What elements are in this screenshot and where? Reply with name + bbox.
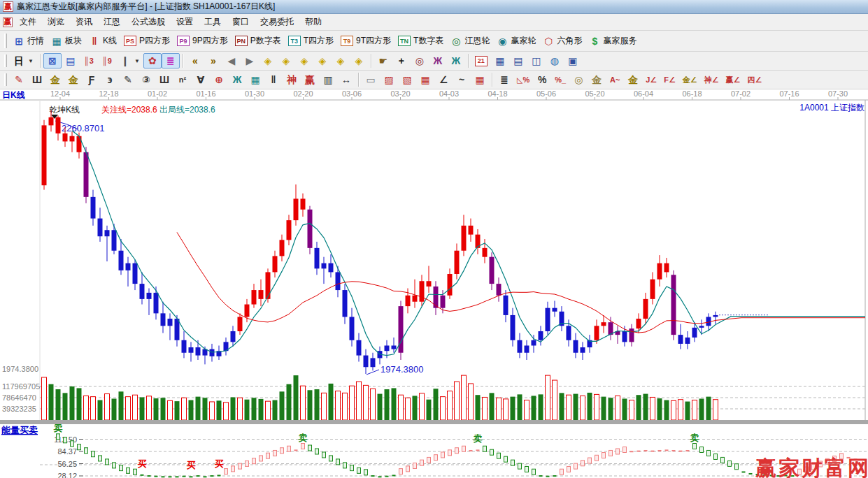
magnifier-button[interactable]: ◎ [411, 53, 429, 68]
9t-square-button[interactable]: T99T四方形 [337, 33, 394, 49]
angle-shen-button[interactable]: 神∠ [701, 72, 723, 87]
hexagon-button[interactable]: ⬡六角形 [539, 33, 585, 49]
rect-select-button[interactable]: ▭ [362, 72, 380, 87]
winner-wheel-button[interactable]: ◉赢家轮 [493, 33, 539, 49]
pan-hand-button[interactable]: ☛ [374, 53, 392, 68]
menu-4[interactable]: 公式选股 [126, 14, 171, 30]
boxed-fan-button[interactable]: ▧ [398, 72, 416, 87]
angle-gold-button[interactable]: 金∠ [679, 72, 701, 87]
gann-flower-purple-button[interactable]: Ж [429, 53, 447, 68]
gold-circle-button[interactable]: ◎ [569, 72, 588, 87]
winner-service-button[interactable]: $赢家服务 [585, 33, 640, 49]
ruler-scale-button[interactable]: ▥ [319, 72, 337, 87]
single-candle-tool-button[interactable]: ❙▼ [116, 53, 143, 68]
percent-triangle-button[interactable]: ◺% [513, 72, 533, 87]
quotes-button[interactable]: ⊞行情 [10, 33, 48, 49]
shen-grid-button[interactable]: 神 [283, 72, 301, 87]
pencil-draw-button[interactable]: ✎ [10, 72, 28, 87]
p-square-button[interactable]: PSP四方形 [120, 33, 173, 49]
t-number-table-button[interactable]: TNT数字表 [394, 33, 447, 49]
first-page-button[interactable]: « [186, 53, 204, 68]
nine-bar-tool-button[interactable]: ║9 [98, 53, 116, 68]
toolbar-grip[interactable] [4, 55, 7, 67]
p-number-table-button[interactable]: PNP数字表 [232, 33, 285, 49]
crosshair-cursor-button[interactable]: + [392, 53, 411, 68]
quote-marks-button[interactable]: ‖ [264, 72, 283, 87]
chart-area[interactable]: 12-0412-1801-0201-1601-3002-2003-0603-20… [0, 89, 868, 478]
calendar-tool-button[interactable]: 21 [471, 54, 491, 68]
gann-circle-target-button[interactable]: ⊕ [210, 72, 228, 87]
9p-square-button[interactable]: P99P四方形 [173, 33, 232, 49]
wave-ruler-button[interactable]: A~ [606, 72, 624, 87]
dense-grid-button[interactable]: Ш [155, 72, 173, 87]
gann-flower-teal-button[interactable]: Ж [447, 53, 465, 68]
fib-grid-button[interactable]: Ƒ [83, 72, 101, 87]
gold-level-button[interactable]: 金 [588, 72, 606, 87]
color-histogram-button[interactable]: ≣ [162, 53, 180, 68]
angle-si-button[interactable]: 四∠ [744, 72, 765, 87]
expand-horizontal-button[interactable]: ◈ [295, 53, 313, 68]
three-bar-tool-button[interactable]: ║3 [80, 53, 98, 68]
zigzag-wave-button[interactable]: ~ [453, 72, 471, 87]
fan-lines-button[interactable]: ▨ [380, 72, 398, 87]
sectors-button[interactable]: ▦板块 [48, 33, 85, 49]
spider-web-button[interactable]: Ж [228, 72, 246, 87]
toolbar-grip[interactable] [4, 73, 7, 86]
width-arrows-button[interactable]: ↔ [337, 72, 355, 87]
zoom-in-chart-button[interactable]: ◈ [313, 53, 332, 68]
chart-canvas[interactable]: 12-0412-1801-0201-1601-3002-2003-0603-20… [0, 89, 868, 478]
percent-plain-button[interactable]: % [533, 72, 551, 87]
gann-wheel-button[interactable]: ◎江恩轮 [447, 33, 493, 49]
percent-line-button[interactable]: %_ [551, 72, 569, 87]
menu-2[interactable]: 资讯 [70, 14, 98, 30]
period-day-selector-button[interactable]: 日▼ [10, 53, 37, 68]
angle-j-button[interactable]: J∠ [642, 72, 660, 87]
restore-scale-button[interactable]: ◈ [350, 53, 368, 68]
calculator-tool-button[interactable]: ▦ [491, 53, 509, 68]
gann-chart-toggle-button[interactable]: ⊠ [43, 53, 62, 68]
menu-8[interactable]: 交易委托 [255, 14, 299, 30]
menu-0[interactable]: 文件 [14, 14, 42, 30]
spiral-tool-button[interactable]: ϶ [101, 72, 119, 87]
prev-bar-button[interactable]: ◀ [222, 53, 241, 68]
angle-ying-button[interactable]: 赢∠ [723, 72, 744, 87]
menu-6[interactable]: 工具 [199, 14, 227, 30]
workstation-button[interactable]: ▣ [564, 53, 582, 68]
gold-underline-button[interactable]: 金 [624, 72, 642, 87]
circle-cycle-button[interactable]: ③ [137, 72, 155, 87]
menu-1[interactable]: 浏览 [42, 14, 70, 30]
price-ladder-button[interactable]: ≣ [495, 72, 513, 87]
gold-grid-b-button[interactable]: 金 [64, 72, 83, 87]
mirror-flip-button[interactable]: ∀ [192, 72, 210, 87]
hatch-box-button[interactable]: ▦ [416, 72, 434, 87]
last-page-button[interactable]: » [204, 53, 222, 68]
save-layout-button[interactable]: ◫ [527, 53, 546, 68]
kline-button[interactable]: ‖K线 [85, 33, 120, 49]
pencil-measure-button[interactable]: ✎ [119, 72, 137, 87]
price-grid-button[interactable]: Ш [28, 72, 46, 87]
menu-5[interactable]: 设置 [171, 14, 199, 30]
angle-rays-button[interactable]: ∠ [434, 72, 453, 87]
boxed-web-button[interactable]: ▦ [246, 72, 264, 87]
memo-pad-button[interactable]: ▤ [509, 53, 527, 68]
pattern-marker-button[interactable]: ✿ [143, 53, 162, 68]
menu-9[interactable]: 帮助 [299, 14, 327, 30]
indicator-panel[interactable]: 能量买卖112.5084.3756.2528.12卖买买买卖卖卖赢家财富网 [1, 423, 868, 478]
menu-3[interactable]: 江恩 [98, 14, 126, 30]
compress-right-button[interactable]: ◈ [277, 53, 295, 68]
t-square-button[interactable]: T3T四方形 [285, 33, 337, 49]
price-panel[interactable]: 1A0001 上证指数乾坤K线关注线=2038.6出局线=2038.62260.… [2, 100, 865, 420]
compress-left-button[interactable]: ◈ [259, 53, 277, 68]
ying-grid-button[interactable]: 赢 [301, 72, 319, 87]
menu-7[interactable]: 窗口 [227, 14, 255, 30]
panel-splitter[interactable] [0, 420, 868, 424]
next-bar-button[interactable]: ▶ [241, 53, 259, 68]
network-globe-button[interactable]: ◍ [546, 53, 564, 68]
square-of-nine-button[interactable]: n² [173, 72, 192, 87]
zoom-out-chart-button[interactable]: ◈ [332, 53, 350, 68]
gold-grid-a-button[interactable]: 金 [46, 72, 64, 87]
child-window-icon[interactable]: 赢 [3, 17, 13, 27]
toolbar-grip[interactable] [4, 34, 7, 48]
red-grid-button[interactable]: ▦ [471, 72, 489, 87]
angle-f-button[interactable]: F∠ [660, 72, 679, 87]
